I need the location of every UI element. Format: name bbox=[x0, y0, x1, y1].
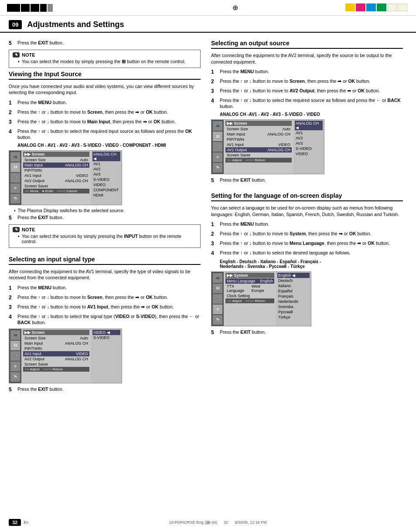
note-title-2: ✎ NOTE bbox=[13, 227, 197, 232]
menu-bottom-bar: ○○ Move● Enter○○○○ Cancel bbox=[23, 189, 89, 193]
note-icon-1: ✎ bbox=[13, 52, 20, 58]
menu-icon-2: 🎞 bbox=[10, 163, 20, 172]
signal-menu-center: ▶▶ Screen Screen SizeAuto Main InputANAL… bbox=[21, 329, 91, 383]
note-box-2: ✎ NOTE • You can select the sources by s… bbox=[9, 224, 201, 248]
viewing-step3: 3 Press the ↑ or ↓ button to move to Mai… bbox=[9, 119, 201, 126]
step5-top-num: 5 bbox=[9, 40, 16, 47]
language-menu-right: English ◀ Deutsch Italiano Español Franç… bbox=[276, 272, 311, 326]
output-menu-header: ▶▶ Screen bbox=[225, 121, 292, 126]
black-block-2 bbox=[21, 4, 30, 12]
language-menu-icon-3: 🔊 bbox=[213, 294, 222, 304]
note-title-1: ✎ NOTE bbox=[13, 52, 197, 58]
lang-right-english: English ◀ bbox=[277, 273, 310, 278]
footer-lang: En bbox=[24, 520, 28, 525]
section-language: Setting for the language of on-screen di… bbox=[211, 192, 403, 336]
menu-icon-4: ⚙ bbox=[10, 183, 20, 193]
bottom-compass-icon: ⊕ bbox=[205, 519, 211, 526]
output-step4: 4 Press the ↑ or ↓ button to select the … bbox=[211, 97, 403, 110]
output-row-screen-saver: Screen Saver bbox=[225, 152, 292, 158]
section-language-title: Setting for the language of on-screen di… bbox=[211, 192, 403, 201]
language-step4: 4 Press the ↑ or ↓ button to select the … bbox=[211, 250, 403, 257]
viewing-input-path: ANALOG CH - AV1 - AV2 - AV3 - S-VIDEO - … bbox=[17, 143, 201, 148]
output-menu-screenshot: 📺 🎞 🔊 ⚙ 📡 ▶▶ Screen Screen SizeAuto Main… bbox=[211, 119, 324, 174]
section-output: Selecting an output source After connect… bbox=[211, 40, 403, 184]
step5-top-content: Press the EXIT button. bbox=[17, 40, 201, 47]
output-input-path: ANALOG CH -AV1 - AV2 - AV3 - S-VIDEO - V… bbox=[220, 112, 403, 117]
menu-row-av2: AV2 OutputANALOG CH bbox=[23, 178, 89, 183]
signal-row-screen-saver: Screen Saver bbox=[23, 362, 89, 367]
menu-right-panel: ANALOG CH ◀ AV1 AV2 AV3 S-VIDEO VIDEO CO… bbox=[91, 151, 122, 205]
menu-icon-5: 📡 bbox=[10, 194, 20, 203]
language-menu-icon-2: 🎞 bbox=[213, 284, 222, 293]
lang-right-nederlands: Nederlands bbox=[277, 299, 310, 304]
color-block-pink bbox=[356, 3, 365, 11]
output-right-video: VIDEO bbox=[295, 151, 323, 156]
signal-menu-header: ▶▶ Screen bbox=[23, 330, 89, 335]
output-menu-left-icons: 📺 🎞 🔊 ⚙ 📡 bbox=[211, 120, 224, 174]
menu-right-item-svideo: S-VIDEO bbox=[92, 177, 120, 182]
output-step5: 5 Press the EXIT button. bbox=[211, 177, 403, 184]
color-blocks-right bbox=[345, 3, 407, 11]
footer-center-text: 32 bbox=[224, 520, 228, 525]
signal-step4: 4 Press the ↑ or ↓ button to select the … bbox=[9, 313, 201, 326]
lang-right-francais: Français bbox=[277, 294, 310, 299]
language-menu-icon-4: ⚙ bbox=[213, 305, 222, 314]
black-block-5 bbox=[48, 4, 53, 12]
menu-right-item-component: COMPONENT bbox=[92, 187, 120, 193]
output-menu-icon-2: 🎞 bbox=[213, 132, 222, 141]
signal-menu-icon-5: 📡 bbox=[10, 372, 20, 382]
signal-right-video: VIDEO ◀ bbox=[92, 330, 120, 335]
color-block-yellow bbox=[345, 3, 355, 11]
menu-right-item-video: VIDEO bbox=[92, 182, 120, 187]
content-area: 5 Press the EXIT button. ✎ NOTE • You ca… bbox=[0, 40, 416, 401]
section-viewing-desc: Once you have connected your audio and v… bbox=[9, 83, 201, 96]
section-output-desc: After connecting the equipment to the AV… bbox=[211, 52, 403, 65]
note-box-1: ✎ NOTE • You can select the modes by sim… bbox=[9, 50, 201, 68]
note-label-1: NOTE bbox=[22, 52, 35, 58]
lang-right-svenska: Svenska bbox=[277, 304, 310, 309]
viewing-step1: 1 Press the MENU button. bbox=[9, 99, 201, 107]
output-right-analog: ANALOG CH ◀ bbox=[295, 121, 323, 130]
step5-exit-top: 5 Press the EXIT button. bbox=[9, 40, 201, 47]
note-icon-2: ✎ bbox=[13, 227, 20, 232]
black-block-3 bbox=[31, 4, 39, 12]
signal-row-av2: AV2 OutputANALOG CH bbox=[23, 356, 89, 362]
note2-bullet: • You can select the sources by simply p… bbox=[18, 234, 197, 244]
header-bar: ⊕ bbox=[0, 0, 416, 16]
color-block-green bbox=[377, 3, 386, 11]
signal-menu-bottom: ○○ Adjust○○○○ Return bbox=[23, 367, 89, 372]
output-row-av2: AV2 OutputANALOG CH bbox=[225, 147, 292, 152]
output-step2: 2 Press the ↑ or ↓ button to move to Scr… bbox=[211, 78, 403, 85]
signal-step5: 5 Press the EXIT button. bbox=[9, 386, 201, 393]
menu-right-item-av3: AV3 bbox=[92, 172, 120, 177]
output-row-size: Screen SizeAuto bbox=[225, 126, 292, 132]
signal-menu-icon-1: 📺 bbox=[10, 330, 20, 340]
language-step3: 3 Press the ↑ or ↓ button to move to Men… bbox=[211, 240, 403, 247]
menu-row-pip: PIP/TWIN bbox=[23, 168, 89, 173]
note-label-2: NOTE bbox=[22, 227, 35, 232]
page-title-bar: 09 Adjustments and Settings bbox=[0, 16, 416, 33]
output-menu-icon-3: 🔊 bbox=[213, 142, 222, 152]
output-right-svideo: S-VIDEO bbox=[295, 146, 323, 151]
lang-right-deutsch: Deutsch bbox=[277, 278, 310, 283]
language-path: English - Deutsch - Italiano - Español -… bbox=[220, 259, 403, 269]
output-menu-center: ▶▶ Screen Screen SizeAuto Main InputANAL… bbox=[224, 120, 293, 174]
menu-icon-1: 📺 bbox=[10, 152, 20, 162]
section-signal-title: Selecting an input signal type bbox=[9, 256, 201, 265]
menu-left-icons: 📺 🎞 🔊 ⚙ 📡 bbox=[9, 151, 21, 205]
output-right-av1: AV1 bbox=[295, 130, 323, 136]
menu-row-screen-saver: Screen Saver bbox=[23, 183, 89, 189]
viewing-menu-screenshot: 📺 🎞 🔊 ⚙ 📡 ▶▶ Screen Screen SizeAuto Main… bbox=[9, 150, 122, 205]
lang-right-espanol: Español bbox=[277, 288, 310, 294]
language-menu-center: ▶▶ System Menu LanguageEnglish TTX Langu… bbox=[224, 272, 276, 326]
section-output-title: Selecting an output source bbox=[211, 40, 403, 49]
signal-menu-icon-3: 🔊 bbox=[10, 351, 20, 361]
language-row-ttx: TTX LanguageWest Europe bbox=[225, 284, 274, 293]
note1-text: You can select the modes by simply press… bbox=[22, 59, 186, 64]
viewing-step4: 4 Press the ↑ or ↓ button to select the … bbox=[9, 128, 201, 141]
language-menu-bottom: ○○ Adjust○○○○ Return bbox=[225, 298, 274, 303]
menu-icon-3: 🔊 bbox=[10, 173, 20, 183]
color-block-blue bbox=[366, 3, 376, 11]
output-row-pip: PIP/TWIN bbox=[225, 137, 292, 142]
output-menu-icon-1: 📺 bbox=[213, 121, 222, 131]
